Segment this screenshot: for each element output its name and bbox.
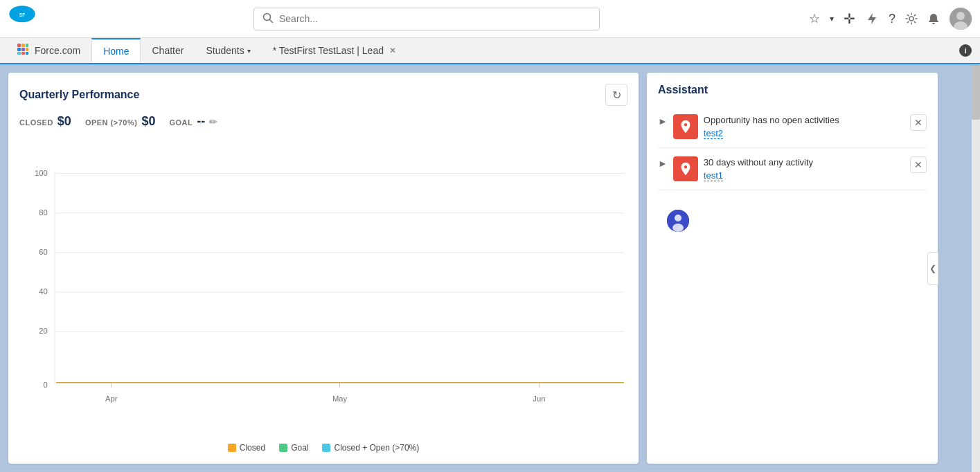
- favorites-dropdown-icon[interactable]: ▾: [830, 14, 834, 24]
- tab-home[interactable]: Home: [91, 38, 141, 63]
- assistant-item2-link[interactable]: test1: [704, 170, 723, 181]
- svg-text:SF: SF: [19, 12, 26, 17]
- open-value: $0: [141, 114, 155, 129]
- svg-rect-16: [26, 52, 28, 55]
- svg-rect-8: [17, 44, 21, 47]
- legend-goal-dot: [279, 444, 287, 452]
- legend-goal: Goal: [279, 443, 308, 453]
- svg-point-38: [675, 215, 681, 221]
- add-icon[interactable]: ✛: [844, 10, 855, 27]
- goal-label: GOAL: [169, 118, 193, 127]
- svg-point-4: [909, 17, 914, 21]
- tab-chatter-label: Chatter: [152, 45, 184, 56]
- goal-stat: GOAL -- ✏: [169, 114, 217, 129]
- tab-students-label: Students: [206, 45, 244, 56]
- assistant-panel: Assistant ► Opportunity has no open acti…: [647, 73, 938, 464]
- svg-text:Jun: Jun: [533, 394, 545, 403]
- svg-text:20: 20: [39, 327, 47, 335]
- tab-info-icon[interactable]: i: [959, 44, 972, 57]
- settings-icon[interactable]: [905, 12, 918, 25]
- legend-closed-open: Closed + Open (>70%): [322, 443, 419, 453]
- app-name: Force.com: [6, 38, 91, 63]
- open-stat: OPEN (>70%) $0: [85, 114, 156, 129]
- svg-rect-14: [17, 52, 21, 55]
- open-label: OPEN (>70%): [85, 118, 138, 127]
- refresh-button[interactable]: ↻: [605, 84, 627, 106]
- closed-stat: CLOSED $0: [19, 114, 71, 129]
- svg-rect-9: [21, 44, 25, 47]
- closed-value: $0: [57, 114, 71, 129]
- scrollbar[interactable]: [972, 64, 980, 472]
- tab-students-more-icon[interactable]: ▾: [247, 47, 251, 55]
- svg-text:100: 100: [35, 169, 48, 177]
- search-input[interactable]: [279, 13, 591, 24]
- assistant-item2-icon: [673, 156, 698, 181]
- collapse-panel-button[interactable]: ❮: [927, 252, 938, 285]
- svg-text:60: 60: [39, 248, 47, 256]
- main-content: Quarterly Performance ↻ CLOSED $0 OPEN (…: [0, 64, 980, 472]
- svg-rect-13: [26, 48, 28, 51]
- help-icon[interactable]: ?: [889, 12, 896, 26]
- stats-row: CLOSED $0 OPEN (>70%) $0 GOAL -- ✏: [19, 114, 627, 129]
- tab-dynamic[interactable]: * TestFirst TestLast | Lead ✕: [262, 38, 407, 63]
- app-grid-icon[interactable]: [17, 43, 29, 58]
- svg-rect-10: [26, 44, 28, 47]
- tab-bar: Force.com Home Chatter Students ▾ * Test…: [0, 38, 980, 64]
- salesforce-logo[interactable]: SF: [8, 5, 36, 33]
- tab-close-icon[interactable]: ✕: [389, 46, 396, 55]
- top-nav-actions: ☆ ▾ ✛ ?: [809, 8, 972, 30]
- app-name-label: Force.com: [35, 45, 80, 56]
- assistant-title: Assistant: [658, 84, 927, 96]
- tab-bar-info: i: [959, 38, 980, 63]
- assistant-item1-close[interactable]: ✕: [910, 114, 927, 131]
- assistant-item2-chevron[interactable]: ►: [658, 158, 668, 169]
- assistant-item1-text: Opportunity has no open activities test2: [704, 114, 905, 139]
- chart-legend: Closed Goal Closed + Open (>70%): [19, 437, 627, 453]
- svg-text:0: 0: [44, 381, 48, 389]
- legend-closed-label: Closed: [240, 443, 265, 453]
- legend-goal-label: Goal: [291, 443, 308, 453]
- assistant-item1-message: Opportunity has no open activities: [704, 114, 905, 127]
- card-header: Quarterly Performance ↻: [19, 84, 627, 106]
- assistant-item1-chevron[interactable]: ►: [658, 116, 668, 127]
- svg-text:40: 40: [39, 287, 47, 296]
- tab-chatter[interactable]: Chatter: [141, 38, 195, 63]
- legend-closed-dot: [228, 444, 236, 452]
- notifications-icon[interactable]: [927, 12, 940, 25]
- search-bar[interactable]: [253, 8, 600, 30]
- user-avatar[interactable]: [950, 8, 972, 30]
- svg-text:May: May: [332, 394, 348, 403]
- assistant-item1-icon: [673, 114, 698, 139]
- legend-closed-open-label: Closed + Open (>70%): [334, 443, 419, 453]
- legend-closed: Closed: [228, 443, 265, 453]
- floating-user-button[interactable]: [667, 210, 689, 232]
- svg-rect-12: [21, 48, 25, 51]
- tab-students[interactable]: Students ▾: [195, 38, 261, 63]
- svg-rect-15: [21, 52, 25, 55]
- assistant-item-1: ► Opportunity has no open activities tes…: [658, 106, 927, 148]
- svg-text:80: 80: [39, 208, 47, 217]
- tab-dynamic-label: * TestFirst TestLast | Lead: [273, 45, 384, 56]
- svg-point-6: [956, 12, 965, 20]
- closed-label: CLOSED: [19, 118, 53, 127]
- lightning-icon[interactable]: [865, 12, 879, 26]
- assistant-item2-close[interactable]: ✕: [910, 156, 927, 173]
- svg-line-3: [269, 19, 272, 22]
- scrollbar-thumb[interactable]: [972, 64, 980, 120]
- svg-rect-11: [17, 48, 21, 51]
- card-title: Quarterly Performance: [19, 89, 139, 101]
- goal-value: --: [197, 114, 205, 129]
- assistant-item-2: ► 30 days without any activity test1 ✕: [658, 148, 927, 190]
- svg-text:Apr: Apr: [105, 394, 118, 403]
- tab-home-label: Home: [103, 46, 129, 57]
- legend-closed-open-dot: [322, 444, 330, 452]
- assistant-item2-text: 30 days without any activity test1: [704, 156, 905, 181]
- search-icon: [262, 12, 274, 26]
- performance-card: Quarterly Performance ↻ CLOSED $0 OPEN (…: [8, 73, 639, 464]
- chart-area: 100 80 60 40 20 0: [19, 140, 627, 437]
- top-navigation: SF ☆ ▾ ✛ ?: [0, 0, 980, 38]
- assistant-item2-message: 30 days without any activity: [704, 156, 905, 169]
- favorites-icon[interactable]: ☆: [809, 11, 820, 26]
- assistant-item1-link[interactable]: test2: [704, 128, 723, 139]
- goal-edit-icon[interactable]: ✏: [209, 116, 217, 127]
